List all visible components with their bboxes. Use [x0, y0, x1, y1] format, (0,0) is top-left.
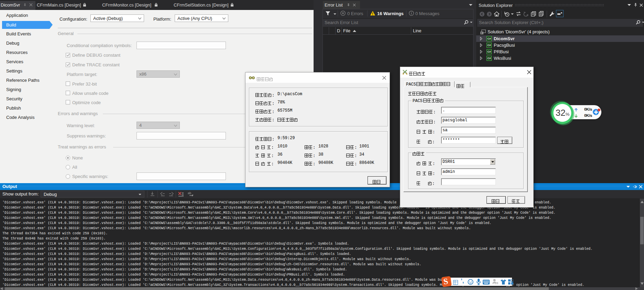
- svg-text:28: 28: [495, 281, 498, 285]
- svg-text:ab: ab: [188, 191, 191, 195]
